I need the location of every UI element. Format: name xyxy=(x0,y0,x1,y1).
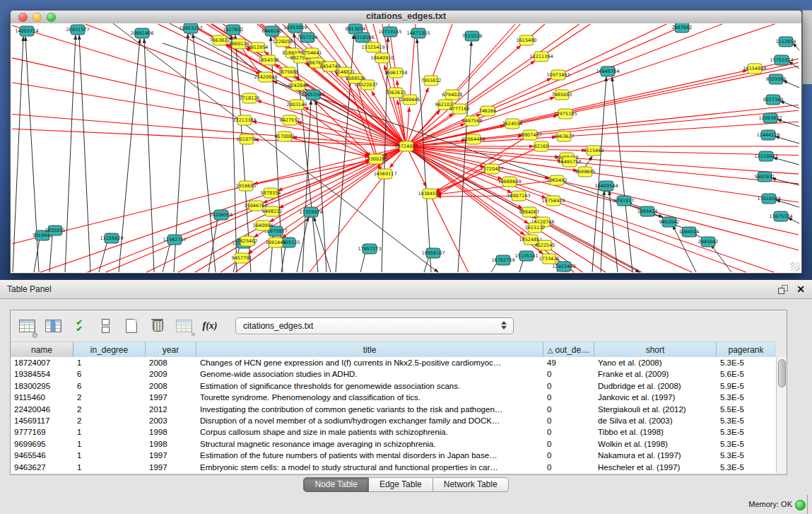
network-node[interactable]: 1640994 xyxy=(253,221,273,230)
network-node[interactable]: 12342737 xyxy=(163,235,186,245)
table-row[interactable]: 1872400712008Changes of HCN gene express… xyxy=(11,357,776,368)
scrollbar-thumb[interactable] xyxy=(778,359,786,387)
network-node[interactable]: 17359924 xyxy=(299,207,322,217)
column-header-short[interactable]: short xyxy=(594,341,717,357)
network-node[interactable]: 19756928 xyxy=(541,196,565,206)
network-node[interactable]: 10719155 xyxy=(378,27,401,37)
network-node[interactable]: 1654338 xyxy=(259,55,279,65)
network-node[interactable]: 1010755 xyxy=(237,134,257,144)
network-node[interactable]: 9860124 xyxy=(229,39,249,49)
function-builder-icon[interactable]: f(x) xyxy=(199,316,220,336)
network-graph[interactable]: 1872400714055724209313772069140610953257… xyxy=(11,23,800,273)
network-node[interactable]: 12213389 xyxy=(233,115,256,125)
network-node[interactable]: 1691440 xyxy=(266,238,286,247)
network-node[interactable]: 1965492 xyxy=(547,175,567,185)
network-node[interactable]: 9457791 xyxy=(232,253,252,263)
network-node[interactable]: 20931377 xyxy=(66,25,89,35)
network-node[interactable]: 6791917 xyxy=(614,196,635,206)
resize-grip-icon[interactable] xyxy=(791,262,800,271)
column-header-pagerank[interactable]: pagerank xyxy=(717,341,776,357)
network-node[interactable]: 7955812 xyxy=(421,76,442,86)
tab-edge-table[interactable]: Edge Table xyxy=(369,477,433,492)
show-column-icon[interactable] xyxy=(42,316,64,336)
network-node[interactable]: 9242844 xyxy=(288,81,309,90)
table-row[interactable]: 969969511998Structural magnetic resonanc… xyxy=(11,438,776,450)
memory-status-icon[interactable] xyxy=(795,500,806,510)
network-node[interactable]: 1112954 xyxy=(776,37,796,47)
network-node[interactable]: 1615480 xyxy=(517,35,537,45)
table-row[interactable]: 1456911722003Disruption of a novel membe… xyxy=(11,415,776,426)
network-node[interactable]: 14671355 xyxy=(406,28,430,38)
network-node[interactable]: 5878354 xyxy=(261,188,281,198)
window-titlebar[interactable]: citations_edges.txt xyxy=(11,11,801,24)
network-node[interactable]: 4170081 xyxy=(275,132,295,141)
network-node[interactable]: 1754641 xyxy=(302,48,322,58)
network-node[interactable]: 15135141 xyxy=(514,251,538,261)
network-node[interactable]: 2687682 xyxy=(672,23,693,33)
network-node[interactable]: 6497568 xyxy=(462,116,483,126)
network-node[interactable]: 1916685 xyxy=(236,181,257,191)
network-node[interactable]: 3875685 xyxy=(278,67,299,77)
network-node[interactable]: 20206556 xyxy=(209,210,233,220)
network-node[interactable]: 11675334 xyxy=(769,211,792,221)
network-node[interactable]: 1895414 xyxy=(637,206,658,216)
network-node[interactable]: 16053809 xyxy=(283,23,307,33)
network-node[interactable]: 16154808 xyxy=(743,64,766,74)
network-node[interactable]: 20691406 xyxy=(130,28,153,38)
network-node[interactable]: 9329366 xyxy=(766,74,787,84)
network-node[interactable]: 746266 xyxy=(479,106,497,116)
network-node[interactable]: 10807487 xyxy=(518,130,541,140)
network-node[interactable]: 2945042 xyxy=(698,237,719,247)
delete-table-icon[interactable]: ✕ xyxy=(173,316,194,336)
network-node[interactable]: 11156829 xyxy=(100,233,123,243)
network-node[interactable]: 9463627 xyxy=(554,132,575,141)
table-row[interactable]: 977716911998Corpus callosum shape and si… xyxy=(11,426,776,438)
network-node[interactable]: 1990445 xyxy=(400,95,420,105)
network-node[interactable]: 7663822 xyxy=(210,35,230,45)
network-node[interactable]: 14569117 xyxy=(373,169,396,179)
network-node[interactable]: 17957273 xyxy=(358,244,381,254)
column-header-out_degree[interactable]: △out_de… xyxy=(543,341,594,357)
network-node[interactable]: 17016504 xyxy=(757,194,780,204)
network-node[interactable]: 12210643 xyxy=(754,151,777,161)
delete-rows-icon[interactable] xyxy=(147,316,168,336)
network-node[interactable]: 8322037 xyxy=(358,80,378,90)
column-header-title[interactable]: title xyxy=(196,341,543,357)
network-node[interactable]: 12211394 xyxy=(529,52,553,62)
network-node[interactable]: 9115460 xyxy=(584,146,604,156)
network-node[interactable]: 16648784 xyxy=(596,66,619,76)
network-node[interactable]: 16782759 xyxy=(491,255,514,265)
network-node[interactable]: 10953257 xyxy=(179,23,202,33)
row-height-icon[interactable] xyxy=(95,316,116,336)
network-node[interactable]: 2718126 xyxy=(240,93,260,103)
network-node[interactable]: 6466160 xyxy=(262,26,283,36)
network-node[interactable]: 7625402 xyxy=(237,236,258,246)
close-panel-icon[interactable]: ✕ xyxy=(796,283,805,296)
network-node[interactable]: 7857224 xyxy=(298,33,318,42)
network-node[interactable]: 18640910 xyxy=(370,53,394,63)
network-node[interactable]: 1615132 xyxy=(525,223,546,233)
network-node[interactable]: 4498222 xyxy=(262,206,283,216)
float-panel-icon[interactable] xyxy=(778,285,788,294)
network-node[interactable]: 7515526 xyxy=(462,31,483,41)
table-row[interactable]: 946362711997Embryonic stem cells: a mode… xyxy=(11,462,776,473)
network-canvas[interactable]: 1872400714055724209313772069140610953257… xyxy=(11,23,801,273)
network-node[interactable]: 6794028 xyxy=(442,90,463,100)
network-node[interactable]: 9452042 xyxy=(659,217,680,227)
network-node[interactable]: 9427552 xyxy=(280,115,300,125)
network-node[interactable]: 7485083 xyxy=(552,90,572,100)
network-node[interactable]: 13325419 xyxy=(361,42,384,52)
network-node[interactable]: 1226058 xyxy=(273,37,293,47)
new-table-icon[interactable] xyxy=(121,316,142,336)
network-node[interactable]: 22420046 xyxy=(254,72,277,82)
network-node[interactable]: 19958107 xyxy=(421,248,445,258)
column-header-name[interactable]: name xyxy=(11,341,73,357)
network-node[interactable]: 9227349 xyxy=(763,95,784,105)
network-node[interactable]: 15751074 xyxy=(770,55,793,65)
table-settings-icon[interactable]: ⚙ xyxy=(16,316,37,336)
network-node[interactable]: 8912954 xyxy=(248,42,269,52)
table-row[interactable]: 911546021997Tourette syndrome. Phenomeno… xyxy=(11,392,776,403)
network-node[interactable]: 1835051 xyxy=(45,226,66,235)
network-node[interactable]: 5692931 xyxy=(755,172,775,182)
network-node[interactable]: 9884067 xyxy=(519,207,540,217)
